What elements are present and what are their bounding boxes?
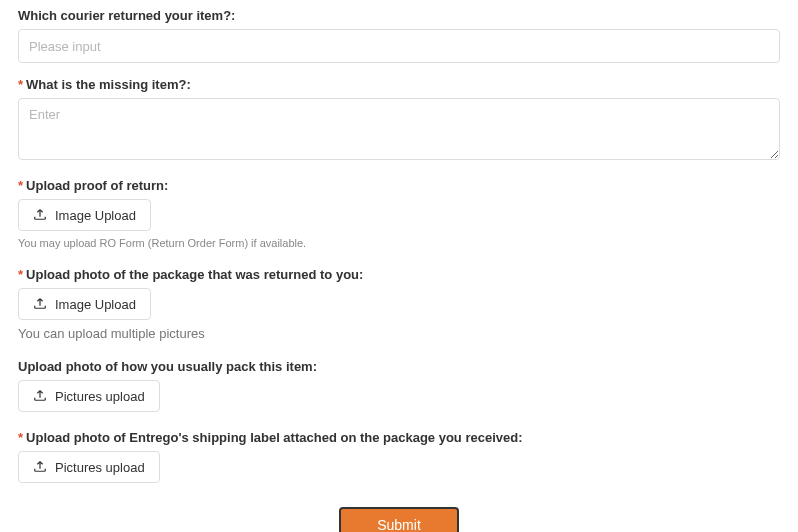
upload-pack-button[interactable]: Pictures upload: [18, 380, 160, 412]
submit-row: Submit: [18, 507, 780, 532]
upload-pack-label: Pictures upload: [55, 389, 145, 404]
label-proof: Upload proof of return:: [18, 178, 780, 193]
field-courier: Which courier returned your item?:: [18, 8, 780, 63]
upload-shipping-button[interactable]: Pictures upload: [18, 451, 160, 483]
upload-icon: [33, 207, 47, 224]
upload-proof-button[interactable]: Image Upload: [18, 199, 151, 231]
label-courier: Which courier returned your item?:: [18, 8, 780, 23]
textarea-missing[interactable]: [18, 98, 780, 160]
field-package: Upload photo of the package that was ret…: [18, 267, 780, 341]
upload-shipping-label: Pictures upload: [55, 460, 145, 475]
label-pack: Upload photo of how you usually pack thi…: [18, 359, 780, 374]
field-missing: What is the missing item?:: [18, 77, 780, 164]
upload-icon: [33, 388, 47, 405]
label-shipping: Upload photo of Entrego's shipping label…: [18, 430, 780, 445]
hint-package: You can upload multiple pictures: [18, 326, 780, 341]
submit-button[interactable]: Submit: [339, 507, 459, 532]
hint-proof: You may upload RO Form (Return Order For…: [18, 237, 780, 249]
input-courier[interactable]: [18, 29, 780, 63]
upload-icon: [33, 459, 47, 476]
label-missing: What is the missing item?:: [18, 77, 780, 92]
upload-package-label: Image Upload: [55, 297, 136, 312]
upload-proof-label: Image Upload: [55, 208, 136, 223]
field-pack: Upload photo of how you usually pack thi…: [18, 359, 780, 412]
field-proof: Upload proof of return: Image Upload You…: [18, 178, 780, 249]
upload-package-button[interactable]: Image Upload: [18, 288, 151, 320]
upload-icon: [33, 296, 47, 313]
label-package: Upload photo of the package that was ret…: [18, 267, 780, 282]
field-shipping: Upload photo of Entrego's shipping label…: [18, 430, 780, 483]
